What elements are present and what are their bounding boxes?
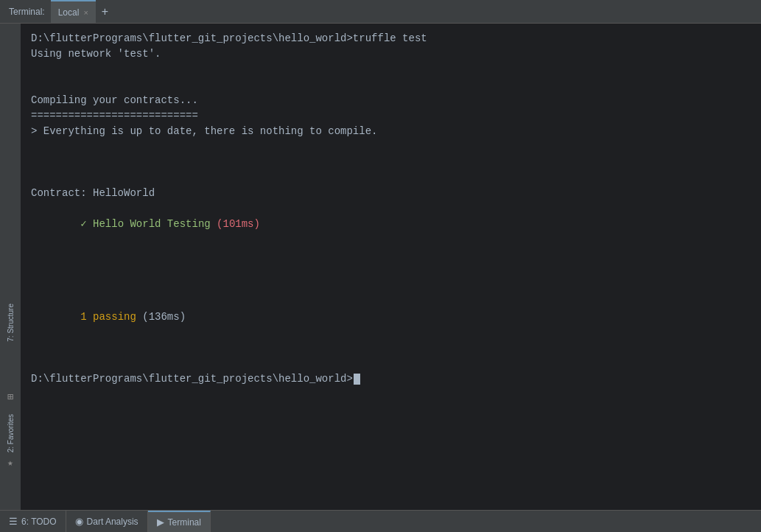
terminal-line-18 — [31, 356, 751, 371]
status-terminal[interactable]: ▶ Terminal — [148, 511, 211, 532]
left-sidebar: 7: Structure 2: Favorites ★ ⊞ — [0, 24, 21, 510]
terminal-line-2: Using network 'test'. — [31, 46, 751, 62]
terminal-output[interactable]: D:\flutterPrograms\flutter_git_projects\… — [21, 24, 761, 510]
terminal-label: Terminal: — [3, 7, 51, 17]
terminal-status-label: Terminal — [168, 517, 201, 528]
passing-count: 1 passing — [68, 311, 142, 323]
terminal-line-13 — [31, 248, 751, 263]
todo-label: 6: TODO — [21, 517, 57, 527]
terminal-line-6: =========================== — [31, 108, 751, 124]
add-tab-button[interactable]: + — [96, 5, 114, 18]
terminal-line-7: > Everything is up to date, there is not… — [31, 124, 751, 139]
terminal-line-17 — [31, 340, 751, 356]
dart-icon: ◉ — [75, 516, 83, 527]
passing-duration: (136ms) — [142, 311, 186, 323]
terminal-line-16: 1 passing (136ms) — [31, 294, 751, 340]
terminal-line-9 — [31, 155, 751, 170]
close-tab-icon[interactable]: × — [83, 8, 88, 17]
test-duration: (101ms) — [217, 218, 260, 230]
passing-check: ✓ Hello World Testing — [68, 218, 217, 230]
terminal-line-4 — [31, 77, 751, 93]
terminal-line-14 — [31, 263, 751, 279]
terminal-line-11: Contract: HelloWorld — [31, 186, 751, 201]
terminal-line-8 — [31, 139, 751, 155]
sidebar-structure-label[interactable]: 7: Structure — [7, 304, 15, 342]
sidebar-favorites-label[interactable]: 2: Favorites — [7, 414, 15, 452]
terminal-line-1: D:\flutterPrograms\flutter_git_projects\… — [31, 31, 751, 46]
terminal-line-5: Compiling your contracts... — [31, 93, 751, 108]
terminal-line-3 — [31, 62, 751, 77]
todo-icon: ☰ — [9, 516, 18, 527]
tab-local-label: Local — [58, 7, 80, 18]
terminal-cursor — [354, 374, 360, 385]
terminal-prompt: D:\flutterPrograms\flutter_git_projects\… — [31, 371, 353, 387]
terminal-status-icon: ▶ — [157, 517, 164, 528]
status-bar: ☰ 6: TODO ◉ Dart Analysis ▶ Terminal — [0, 510, 761, 532]
status-todo[interactable]: ☰ 6: TODO — [0, 511, 66, 532]
sidebar-grid-icon[interactable]: ⊞ — [7, 391, 13, 403]
status-dart-analysis[interactable]: ◉ Dart Analysis — [66, 511, 148, 532]
terminal-line-12: ✓ Hello World Testing (101ms) — [31, 201, 751, 248]
terminal-prompt-line: D:\flutterPrograms\flutter_git_projects\… — [31, 371, 751, 387]
dart-analysis-label: Dart Analysis — [87, 517, 138, 527]
terminal-line-15 — [31, 279, 751, 294]
terminal-line-10 — [31, 170, 751, 186]
local-tab[interactable]: Local × — [51, 0, 96, 23]
tab-bar: Terminal: Local × + — [0, 0, 761, 24]
main-area: 7: Structure 2: Favorites ★ ⊞ D:\flutter… — [0, 24, 761, 510]
sidebar-star-icon[interactable]: ★ — [7, 457, 13, 469]
